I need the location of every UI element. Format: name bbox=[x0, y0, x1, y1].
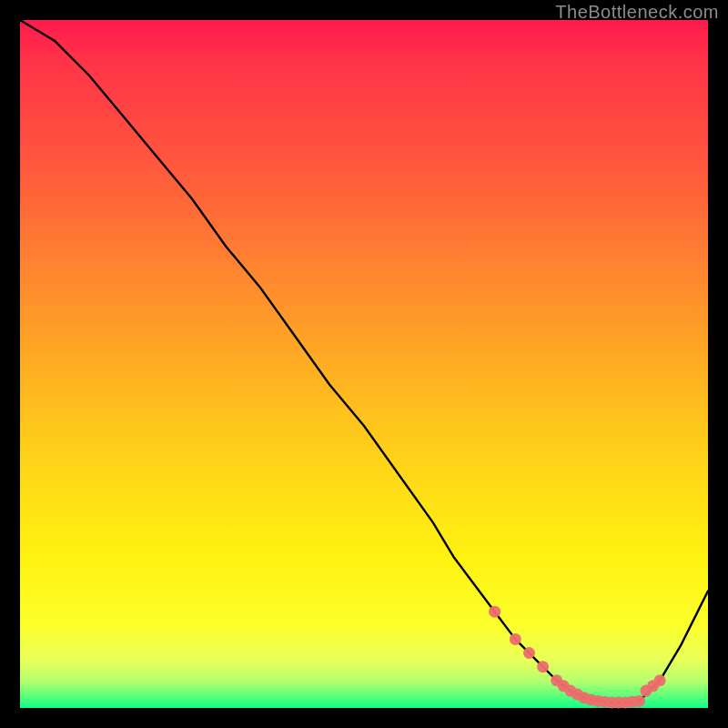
chart-container: TheBottleneck.com bbox=[0, 0, 728, 728]
marker-point bbox=[510, 633, 521, 645]
marker-point bbox=[537, 661, 549, 672]
marker-point bbox=[633, 695, 645, 707]
highlighted-markers bbox=[489, 606, 665, 709]
marker-point bbox=[654, 674, 666, 686]
marker-point bbox=[523, 647, 535, 659]
plot-svg bbox=[20, 20, 708, 708]
watermark-text: TheBottleneck.com bbox=[555, 2, 719, 23]
bottleneck-curve-line bbox=[20, 20, 708, 703]
marker-point bbox=[489, 606, 500, 618]
